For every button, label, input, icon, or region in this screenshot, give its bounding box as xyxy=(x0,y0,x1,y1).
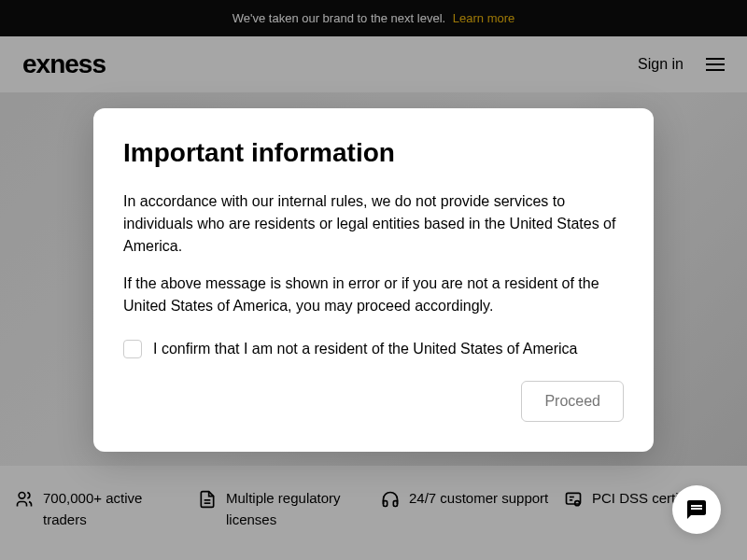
modal-paragraph-2: If the above message is shown in error o… xyxy=(123,273,624,317)
modal-overlay: Important information In accordance with… xyxy=(0,0,747,560)
modal-footer: Proceed xyxy=(123,381,624,422)
chat-widget[interactable] xyxy=(672,485,721,534)
modal: Important information In accordance with… xyxy=(93,108,654,452)
modal-title: Important information xyxy=(123,138,624,168)
modal-paragraph-1: In accordance with our internal rules, w… xyxy=(123,190,624,258)
checkbox-row: I confirm that I am not a resident of th… xyxy=(123,340,624,358)
checkbox-label: I confirm that I am not a resident of th… xyxy=(153,341,577,357)
confirm-checkbox[interactable] xyxy=(123,340,142,358)
proceed-button[interactable]: Proceed xyxy=(521,381,624,422)
chat-icon xyxy=(685,498,708,521)
